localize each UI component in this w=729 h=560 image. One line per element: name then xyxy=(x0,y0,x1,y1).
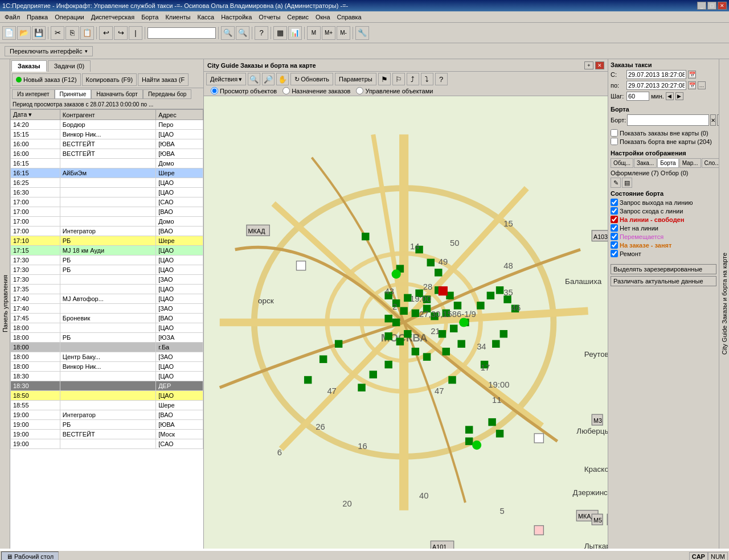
radio-view-objects[interactable]: Просмотр объектов xyxy=(211,87,277,94)
switch-interface-button[interactable]: Переключить интерфейс ▾ xyxy=(5,46,93,56)
update-button[interactable]: ↻ Обновить xyxy=(290,73,333,85)
map-help-icon[interactable]: ? xyxy=(435,73,448,85)
table-row[interactable]: 19:00 [САО xyxy=(11,439,203,449)
from-date-calendar-icon[interactable]: 📅 xyxy=(688,71,696,79)
stab-layers[interactable]: Сло... xyxy=(702,158,719,168)
step-next-btn[interactable]: ▶ xyxy=(675,92,683,100)
radio-manage-objects[interactable]: Управление объектами xyxy=(356,87,433,94)
filter-internet[interactable]: Из интернет xyxy=(12,89,55,99)
stab-orders[interactable]: Зака... xyxy=(634,158,657,168)
col-client[interactable]: Контрагент xyxy=(60,110,155,120)
toolbar-wrench[interactable]: 🔧 xyxy=(355,26,369,40)
table-row[interactable]: 18:00 Центр Баку... [ЗАО xyxy=(11,352,203,362)
table-row[interactable]: 17:30 [ЗАО xyxy=(11,275,203,285)
state-request-on-checkbox[interactable] xyxy=(611,199,618,206)
table-row[interactable]: 17:35 [ЦАО xyxy=(11,285,203,294)
show-outside-borts-checkbox[interactable] xyxy=(611,138,618,145)
step-prev-btn[interactable]: ◀ xyxy=(666,92,674,100)
close-button[interactable]: ✕ xyxy=(718,2,727,10)
taskbar-desktop[interactable]: 🖥 Рабочий стол xyxy=(1,551,59,560)
state-repair-checkbox[interactable] xyxy=(611,250,618,257)
col-date[interactable]: Дата ▾ xyxy=(11,110,60,120)
table-row[interactable]: 16:00 ВЕСТГЕЙТ [ЮВА xyxy=(11,149,203,159)
to-date-input[interactable] xyxy=(626,81,686,90)
table-row[interactable]: 16:15 АйБиЭм Шере xyxy=(11,168,203,178)
table-row[interactable]: 19:00 Интегратор [ВАО xyxy=(11,410,203,420)
menu-reports[interactable]: Отчеты xyxy=(255,13,284,22)
toolbar-search[interactable]: 🔍 xyxy=(221,26,235,40)
state-offline-checkbox[interactable] xyxy=(611,224,618,232)
table-row[interactable]: 17:30 РБ [ЦАО xyxy=(11,256,203,265)
toolbar-save[interactable]: 💾 xyxy=(32,26,46,40)
table-row[interactable]: 17:00 Интегратор [ВАО xyxy=(11,227,203,236)
tab-tasks[interactable]: Задачи (0) xyxy=(48,60,91,72)
find-order-button[interactable]: Найти заказ (F xyxy=(138,73,189,86)
toolbar-new[interactable]: 📄 xyxy=(2,26,16,40)
highlight-reserved-button[interactable]: Выделять зарезервированные xyxy=(611,264,716,274)
table-row[interactable]: 17:00 [ВАО xyxy=(11,207,203,217)
toolbar-copy[interactable]: ⎘ xyxy=(65,26,79,40)
table-row[interactable]: 18:30 ДЕР xyxy=(11,381,203,391)
menu-service[interactable]: Сервис xyxy=(284,13,312,22)
toolbar-mplus[interactable]: M+ xyxy=(322,26,335,40)
table-row[interactable]: 18:00 РБ [ЮЗА xyxy=(11,333,203,343)
map-zoom-out-icon[interactable]: 🔎 xyxy=(262,73,275,85)
map-zoom-in-icon[interactable]: 🔍 xyxy=(248,73,260,85)
stab-borts[interactable]: Борта xyxy=(657,158,679,168)
bort-input[interactable] xyxy=(627,114,709,126)
table-row[interactable]: 17:30 РБ [ЦАО xyxy=(11,265,203,275)
menu-operations[interactable]: Операции xyxy=(51,13,87,22)
menu-borts[interactable]: Борта xyxy=(138,13,162,22)
radio-assign-orders[interactable]: Назначение заказов xyxy=(282,87,350,94)
table-row[interactable]: 17:40 [ЗАО xyxy=(11,304,203,314)
menu-clients[interactable]: Клиенты xyxy=(162,13,194,22)
table-row[interactable]: 16:00 ВЕСТГЕЙТ [ЮВА xyxy=(11,139,203,149)
toolbar-cut[interactable]: ✂ xyxy=(51,26,64,40)
toolbar-chart[interactable]: 📊 xyxy=(288,26,302,40)
table-row[interactable]: 18:00 [ЦАО xyxy=(11,323,203,333)
menu-edit[interactable]: Правка xyxy=(23,13,51,22)
actions-button[interactable]: Действия ▾ xyxy=(206,73,246,85)
table-row[interactable]: 16:30 [ЦАО xyxy=(11,188,203,197)
orders-table-container[interactable]: Дата ▾ Контрагент Адрес 14:20 Бордюр Пер… xyxy=(10,109,203,549)
table-row[interactable]: 17:45 Броневик [ВАО xyxy=(11,314,203,323)
table-row[interactable]: 17:00 Домо xyxy=(11,217,203,227)
menu-kassa[interactable]: Касса xyxy=(194,13,218,22)
map-flag2-icon[interactable]: ⚐ xyxy=(392,73,405,85)
toolbar-search2[interactable]: 🔍 xyxy=(236,26,249,40)
table-row[interactable]: 17:40 MJ Автофор... [ЦАО xyxy=(11,294,203,304)
map-route2-icon[interactable]: ⤵ xyxy=(421,73,433,85)
menu-settings[interactable]: Настройка xyxy=(218,13,255,22)
distinguish-actual-button[interactable]: Различать актуальные данные xyxy=(611,276,716,286)
table-row[interactable]: 18:30 [ЦАО xyxy=(11,372,203,381)
menu-dispatch[interactable]: Диспетчерская xyxy=(88,13,138,22)
toolbar-redo[interactable]: ↪ xyxy=(114,26,128,40)
table-row[interactable]: 17:10 РБ Шере xyxy=(11,236,203,246)
toolbar-paste[interactable]: 📋 xyxy=(80,26,94,40)
new-order-button[interactable]: Новый заказ (F12) xyxy=(12,73,81,86)
toolbar-search-input[interactable] xyxy=(148,27,216,39)
step-input[interactable] xyxy=(626,92,649,101)
table-row[interactable]: 19:00 РБ [ЮВА xyxy=(11,420,203,430)
copy-order-button[interactable]: Копировать (F9) xyxy=(82,73,137,86)
menu-file[interactable]: Файл xyxy=(1,13,23,22)
edit-table-icon[interactable]: ▤ xyxy=(622,178,632,188)
table-row[interactable]: 16:25 [ЦАО xyxy=(11,178,203,188)
maximize-button[interactable]: □ xyxy=(707,2,716,10)
map-close-button[interactable]: ✕ xyxy=(595,61,604,69)
bort-clear-button[interactable]: ✕ xyxy=(710,114,716,126)
state-moving-checkbox[interactable] xyxy=(611,233,618,240)
table-row[interactable]: 17:15 MJ 18 км Ауди [ЦАО xyxy=(11,246,203,256)
table-row[interactable]: 17:00 [САО xyxy=(11,197,203,207)
edit-pencil-icon[interactable]: ✎ xyxy=(611,178,621,188)
map-area[interactable]: МКАД А101 А103 А102 Е115 М4 МКАД М3 М5 М… xyxy=(204,96,608,549)
table-row[interactable]: 14:20 Бордюр Перо xyxy=(11,120,203,130)
table-row[interactable]: 15:15 Винкор Ник... [ЦАО xyxy=(11,130,203,139)
map-flag-icon[interactable]: ⚑ xyxy=(378,73,391,85)
filter-accepted[interactable]: Принятые xyxy=(55,89,92,99)
params-button[interactable]: Параметры xyxy=(335,73,376,85)
table-row[interactable]: 18:00 г.Ба xyxy=(11,343,203,352)
stab-routes[interactable]: Мар... xyxy=(679,158,701,168)
map-hand-icon[interactable]: ✋ xyxy=(276,73,289,85)
to-date-dots-btn[interactable]: … xyxy=(698,81,706,89)
